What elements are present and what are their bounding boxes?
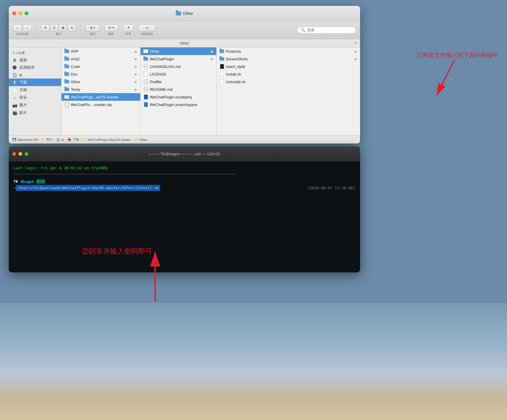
finder-titlebar: Other	[9, 6, 360, 21]
list-item[interactable]: LICENSE	[141, 70, 216, 78]
column-view-btn[interactable]: ▦	[59, 24, 67, 31]
finder-toolbar: ‹ › 向后/向前 ⊞ ☰ ▦ ⊟ 显示 ⊞ ▾ 排列 ⚙ ▾ 操作 ⬆	[9, 21, 360, 39]
actions-btn[interactable]: ⚙ ▾	[104, 24, 118, 31]
terminal-close-button[interactable]	[12, 152, 16, 156]
nav-label: 向后/向前	[16, 32, 29, 36]
sidebar-item-apps[interactable]: 🅐 应用程序	[9, 64, 61, 71]
item-name: Uninstall.sh	[226, 80, 357, 84]
column-header-title: Other	[180, 41, 189, 45]
sort-btn[interactable]: ⊞ ▾	[85, 24, 100, 31]
list-item[interactable]: Uninstall.sh	[217, 78, 360, 86]
pathbar-other: Other	[139, 138, 148, 141]
annotation-2-text-area: ②回车并输入密码即可	[82, 247, 152, 256]
arrow-icon: ▶	[135, 50, 137, 53]
home-small-icon: 🏠	[56, 138, 60, 141]
annotation-1-area	[428, 57, 463, 105]
list-item[interactable]: APP ▶	[61, 47, 140, 55]
pathbar-item: 📁 WeChatPlugin-MacOS-master	[82, 138, 131, 141]
pathbar-item: 💾 Macintosh HD	[12, 138, 38, 141]
tag-btn[interactable]: 🏷	[138, 24, 156, 31]
list-item[interactable]: Doc ▶	[61, 70, 140, 78]
list-item[interactable]: Aria2 ▶	[61, 55, 140, 63]
list-item[interactable]: insert_dylib	[217, 63, 360, 70]
pathbar-item: 📁 用户	[41, 137, 53, 142]
background	[0, 303, 507, 420]
list-item[interactable]: WeChatPlugin.xcodeproj	[141, 93, 216, 101]
folder-icon	[64, 87, 69, 92]
terminal-timestamp: [2018-04-07 13:18:06]	[307, 185, 355, 191]
add-column-button[interactable]: +	[354, 40, 357, 46]
sort-group: ⊞ ▾ 排列	[85, 24, 100, 36]
terminal-minimize-button[interactable]	[18, 152, 22, 156]
sidebar-item-downloads[interactable]: ⬇ 下载	[9, 78, 61, 86]
item-name: README.md	[150, 87, 213, 92]
annotation-1-text-area: ①将该文件拖入到下面的终端中	[416, 51, 498, 59]
terminal-command-line: → /Users/tk/Downloads/WeChatPlugin-MacOS…	[13, 185, 355, 191]
finder-title: Other	[176, 11, 193, 16]
sidebar-item-docs[interactable]: 📄 文稿	[9, 86, 61, 94]
icon-view-btn[interactable]: ⊞	[41, 24, 49, 31]
terminal-content[interactable]: Last login: Fri Apr 6 20:07:42 on ttys08…	[9, 162, 360, 272]
list-item[interactable]: Products ▶	[217, 47, 360, 55]
item-name: Products	[226, 49, 353, 54]
item-name: Podfile	[150, 80, 213, 84]
sidebar-item-desktop[interactable]: 🖥 桌面	[9, 56, 61, 64]
terminal-window: ⌂ ~ — TK@bogon — ~ — -zsh — 119×23 Last …	[9, 146, 360, 272]
list-item-selected[interactable]: WeChatPlugi...acOS-master	[61, 93, 140, 101]
dylib-icon	[220, 64, 224, 69]
list-item[interactable]: WeChatPlu...-master.zip	[61, 101, 140, 108]
share-btn[interactable]: ⬆	[123, 24, 133, 31]
finder-pathbar: 💾 Macintosh HD › 📁 用户 › 🏠 tk › 📥 下载 › 📁 …	[9, 135, 360, 144]
search-box[interactable]: 🔍	[297, 27, 356, 33]
maximize-button[interactable]	[25, 11, 28, 15]
xcworkspace-icon	[143, 102, 148, 107]
gallery-view-btn[interactable]: ⊟	[68, 24, 76, 31]
sidebar-item-tk[interactable]: 🏠 tk	[9, 71, 61, 78]
list-item[interactable]: Code ▶	[61, 63, 140, 70]
minimize-button[interactable]	[18, 11, 22, 15]
arrow-icon: ▶	[135, 73, 137, 76]
list-item[interactable]: WeChatPlugin ▶	[141, 55, 216, 63]
list-item[interactable]: Podfile	[141, 78, 216, 86]
sidebar-section-title: 个人收藏	[9, 50, 61, 56]
list-item[interactable]: Install.sh	[217, 70, 360, 78]
list-item[interactable]: Temp ▶	[61, 86, 140, 93]
list-item[interactable]: Other ▶	[61, 78, 140, 86]
finder-sidebar: 个人收藏 🖥 桌面 🅐 应用程序 🏠 tk ⬇ 下载	[9, 47, 61, 144]
item-name: ScreenShots	[226, 57, 353, 61]
photos-icon: 📷	[12, 103, 17, 107]
sidebar-item-movies[interactable]: 🎬 影片	[9, 109, 61, 117]
pathbar-macintosh: Macintosh HD	[18, 138, 38, 141]
sidebar-label-desktop: 桌面	[19, 57, 27, 63]
terminal-maximize-button[interactable]	[25, 152, 28, 156]
title-folder-icon	[176, 11, 181, 16]
file-icon	[143, 72, 148, 76]
sidebar-item-music[interactable]: ♪ 音乐	[9, 94, 61, 101]
arrow-icon: ▶	[211, 57, 213, 61]
back-button[interactable]: ‹	[13, 24, 22, 31]
pathbar-users: 用户	[46, 137, 53, 142]
list-item[interactable]: WeChatPlugin.xcworkspace	[141, 101, 216, 108]
item-name: WeChatPlugin.xcworkspace	[150, 103, 213, 107]
item-name: LICENSE	[150, 72, 213, 76]
arrow-icon: ▶	[135, 65, 137, 68]
finder-window: Other ‹ › 向后/向前 ⊞ ☰ ▦ ⊟ 显示 ⊞ ▾ 排列	[9, 6, 360, 144]
list-item[interactable]: MD README.md	[141, 86, 216, 93]
sidebar-item-photos[interactable]: 📷 图片	[9, 101, 61, 109]
close-button[interactable]	[12, 11, 16, 15]
list-item[interactable]: MD CHANGELOG.md	[141, 63, 216, 70]
pathbar-sep: ›	[39, 138, 40, 141]
item-name: APP	[71, 49, 133, 54]
item-name: CHANGELOG.md	[150, 64, 213, 69]
list-view-btn[interactable]: ☰	[50, 24, 58, 31]
arrow-icon: ▶	[135, 57, 137, 61]
list-item[interactable]: ScreenShots ▶	[217, 55, 360, 63]
sh-icon	[220, 72, 224, 76]
actions-label: 操作	[108, 32, 114, 36]
forward-button[interactable]: ›	[23, 24, 32, 31]
list-item-selected[interactable]: Other ▶	[141, 47, 216, 55]
toolbar-sep-2	[80, 24, 81, 36]
search-input[interactable]	[307, 28, 353, 32]
item-name: insert_dylib	[226, 64, 357, 69]
folder-icon	[64, 49, 69, 54]
